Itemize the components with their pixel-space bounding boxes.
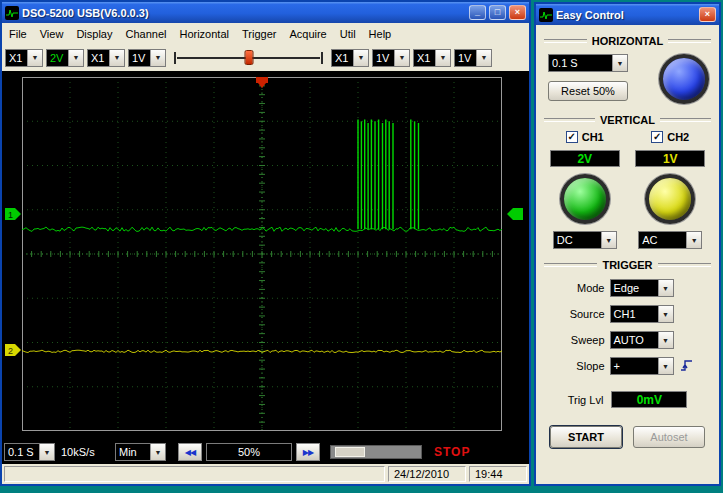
toolbar-combo-6[interactable]: 1V ▼ xyxy=(372,49,410,67)
ch2-label: CH2 xyxy=(667,131,689,143)
dropdown-arrow-icon[interactable]: ▼ xyxy=(435,50,450,66)
combo-value: CH1 xyxy=(611,306,658,322)
ch1-position-knob[interactable] xyxy=(560,174,610,224)
svg-text:2: 2 xyxy=(8,346,13,356)
checkmark-icon: ✓ xyxy=(651,131,663,143)
toolbar-combo-5[interactable]: X1 ▼ xyxy=(331,49,369,67)
horizontal-scrollbar[interactable] xyxy=(330,445,422,459)
autoset-button: Autoset xyxy=(633,426,705,448)
ch1-coupling-combo[interactable]: DC ▼ xyxy=(553,231,617,249)
main-titlebar[interactable]: DSO-5200 USB(V6.0.0.3) _ □ × xyxy=(2,2,529,23)
ch1-enable-checkbox[interactable]: ✓ CH1 xyxy=(566,131,604,143)
dropdown-arrow-icon[interactable]: ▼ xyxy=(39,444,54,460)
trigger-position-thumb[interactable] xyxy=(244,50,253,65)
minimize-icon[interactable]: _ xyxy=(469,5,486,20)
combo-value: AC xyxy=(639,232,686,248)
trig-lvl-label: Trig Lvl xyxy=(568,394,604,406)
horizontal-position-display: 50% xyxy=(206,443,292,461)
dropdown-arrow-icon[interactable]: ▼ xyxy=(686,232,701,248)
maximize-icon[interactable]: □ xyxy=(489,5,506,20)
dropdown-arrow-icon[interactable]: ▼ xyxy=(658,306,673,322)
horizontal-heading: HORIZONTAL xyxy=(544,35,711,47)
dropdown-arrow-icon[interactable]: ▼ xyxy=(150,444,165,460)
close-icon[interactable]: × xyxy=(699,7,716,22)
toolbar-combo-7[interactable]: X1 ▼ xyxy=(413,49,451,67)
ch1-label: CH1 xyxy=(582,131,604,143)
menu-util[interactable]: Util xyxy=(340,28,356,40)
menu-channel[interactable]: Channel xyxy=(125,28,166,40)
trigger-sweep-combo[interactable]: AUTO ▼ xyxy=(610,331,674,349)
dropdown-arrow-icon[interactable]: ▼ xyxy=(601,232,616,248)
toolbar: X1 ▼ 2V ▼ X1 ▼ 1V ▼ X1 ▼ 1V ▼ xyxy=(2,44,529,71)
ch2-position-marker[interactable]: 2 xyxy=(5,344,21,356)
dropdown-arrow-icon[interactable]: ▼ xyxy=(612,55,627,71)
status-bar: 24/12/2010 19:44 xyxy=(2,464,529,484)
easy-control-titlebar[interactable]: Easy Control × xyxy=(536,4,719,25)
trigger-mode-combo[interactable]: Edge ▼ xyxy=(610,279,674,297)
trigger-source-combo[interactable]: CH1 ▼ xyxy=(610,305,674,323)
horizontal-timebase-combo[interactable]: 0.1 S ▼ xyxy=(548,54,628,72)
timebase-combo[interactable]: 0.1 S ▼ xyxy=(4,443,55,461)
ch1-position-marker[interactable]: 1 xyxy=(5,208,21,220)
toolbar-combo-3[interactable]: X1 ▼ xyxy=(87,49,125,67)
app-icon xyxy=(539,8,553,22)
status-cell-empty xyxy=(4,466,385,482)
window-title: DSO-5200 USB(V6.0.0.3) xyxy=(22,7,466,19)
dropdown-arrow-icon[interactable]: ▼ xyxy=(353,50,368,66)
combo-value: Min xyxy=(116,444,150,460)
trigger-slope-combo[interactable]: + ▼ xyxy=(610,357,674,375)
combo-value: X1 xyxy=(332,50,353,66)
trigger-source-label: Source xyxy=(559,308,605,320)
menu-horizontal[interactable]: Horizontal xyxy=(179,28,229,40)
toolbar-combo-2[interactable]: 2V ▼ xyxy=(46,49,84,67)
run-state-label: STOP xyxy=(434,445,470,459)
pan-right-button[interactable]: ▶▶ xyxy=(296,443,320,461)
window-title: Easy Control xyxy=(556,9,696,21)
ch2-coupling-combo[interactable]: AC ▼ xyxy=(638,231,702,249)
dropdown-arrow-icon[interactable]: ▼ xyxy=(68,50,83,66)
ch2-enable-checkbox[interactable]: ✓ CH2 xyxy=(651,131,689,143)
reset-50-button[interactable]: Reset 50% xyxy=(548,81,628,101)
dso-main-window: DSO-5200 USB(V6.0.0.3) _ □ × File View D… xyxy=(0,0,531,486)
svg-text:1: 1 xyxy=(8,210,13,220)
start-button[interactable]: START xyxy=(550,426,622,448)
dropdown-arrow-icon[interactable]: ▼ xyxy=(658,358,673,374)
dropdown-arrow-icon[interactable]: ▼ xyxy=(476,50,491,66)
combo-value: + xyxy=(611,358,658,374)
toolbar-combo-4[interactable]: 1V ▼ xyxy=(128,49,166,67)
ch2-position-knob[interactable] xyxy=(645,174,695,224)
menu-help[interactable]: Help xyxy=(369,28,392,40)
trigger-heading: TRIGGER xyxy=(544,259,711,271)
menu-acquire[interactable]: Acquire xyxy=(289,28,326,40)
toolbar-combo-8[interactable]: 1V ▼ xyxy=(454,49,492,67)
menu-trigger[interactable]: Trigger xyxy=(242,28,276,40)
trigger-level-marker[interactable] xyxy=(507,208,523,220)
trigger-position-slider[interactable] xyxy=(171,48,326,68)
toolbar-combo-1[interactable]: X1 ▼ xyxy=(5,49,43,67)
acquire-mode-combo[interactable]: Min ▼ xyxy=(115,443,166,461)
combo-value: X1 xyxy=(88,50,109,66)
dropdown-arrow-icon[interactable]: ▼ xyxy=(658,280,673,296)
heading-text: HORIZONTAL xyxy=(592,35,663,47)
dropdown-arrow-icon[interactable]: ▼ xyxy=(658,332,673,348)
menu-view[interactable]: View xyxy=(40,28,64,40)
pan-left-button[interactable]: ◀◀ xyxy=(178,443,202,461)
combo-value: 1V xyxy=(373,50,394,66)
combo-value: Edge xyxy=(611,280,658,296)
bottom-control-bar: 0.1 S ▼ 10kS/s Min ▼ ◀◀ 50% ▶▶ STOP xyxy=(2,440,529,464)
menu-file[interactable]: File xyxy=(9,28,27,40)
status-date: 24/12/2010 xyxy=(388,466,466,482)
dropdown-arrow-icon[interactable]: ▼ xyxy=(27,50,42,66)
dropdown-arrow-icon[interactable]: ▼ xyxy=(394,50,409,66)
combo-value: DC xyxy=(554,232,601,248)
horizontal-position-knob[interactable] xyxy=(659,54,709,104)
combo-value: 2V xyxy=(47,50,68,66)
ch1-scale-display: 2V xyxy=(550,150,620,167)
close-icon[interactable]: × xyxy=(509,5,526,20)
menu-display[interactable]: Display xyxy=(76,28,112,40)
combo-value: X1 xyxy=(6,50,27,66)
scrollbar-thumb[interactable] xyxy=(335,447,365,457)
dropdown-arrow-icon[interactable]: ▼ xyxy=(150,50,165,66)
ch2-scale-display: 1V xyxy=(635,150,705,167)
dropdown-arrow-icon[interactable]: ▼ xyxy=(109,50,124,66)
